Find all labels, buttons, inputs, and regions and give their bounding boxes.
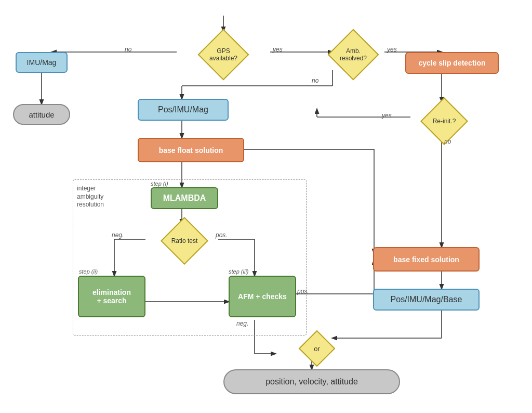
amb-yes-label: yes (387, 46, 397, 53)
elimination-search-box: elimination+ search (78, 276, 145, 317)
amb-no-label: no (312, 77, 318, 84)
pos-imu-mag-base-box: Pos/IMU/Mag/Base (373, 289, 480, 311)
cycle-slip-box: cycle slip detection (405, 52, 499, 74)
step-ii-label: step (ii) (79, 268, 98, 275)
reinit-no-label: no (444, 138, 451, 145)
reinit-diamond: Re-init.? (403, 101, 486, 140)
integer-ambiguity-label: integerambiguityresolution (77, 185, 104, 209)
output-box: position, velocity, attitude (223, 369, 400, 394)
gps-decision-diamond: GPSavailable? (177, 34, 270, 75)
afm-pos-label: pos. (297, 288, 309, 295)
ratio-pos-label: pos. (216, 231, 228, 239)
reinit-yes-label: yes (382, 112, 392, 119)
attitude-box: attitude (13, 104, 70, 125)
mlambda-box: MLAMBDA (151, 187, 218, 209)
ratio-neg-label: neg. (112, 231, 124, 239)
step-iii-label: step (iii) (229, 268, 249, 275)
or-diamond: or (291, 333, 343, 364)
flowchart-diagram: GPSavailable? IMU/Mag attitude Amb.resol… (0, 0, 532, 413)
base-fixed-box: base fixed solution (373, 247, 480, 272)
afm-neg-label: neg. (236, 320, 248, 327)
afm-checks-box: AFM + checks (229, 276, 296, 317)
gps-no-label: no (125, 46, 131, 53)
ratio-test-diamond: Ratio test (143, 221, 226, 260)
imu-mag-box: IMU/Mag (16, 52, 68, 73)
amb-resolved-diamond: Amb.resolved? (307, 34, 400, 75)
pos-imu-mag-box: Pos/IMU/Mag (138, 99, 229, 121)
gps-yes-label: yes (273, 46, 283, 53)
base-float-box: base float solution (138, 138, 244, 162)
step-i-label: step (i) (151, 180, 168, 187)
